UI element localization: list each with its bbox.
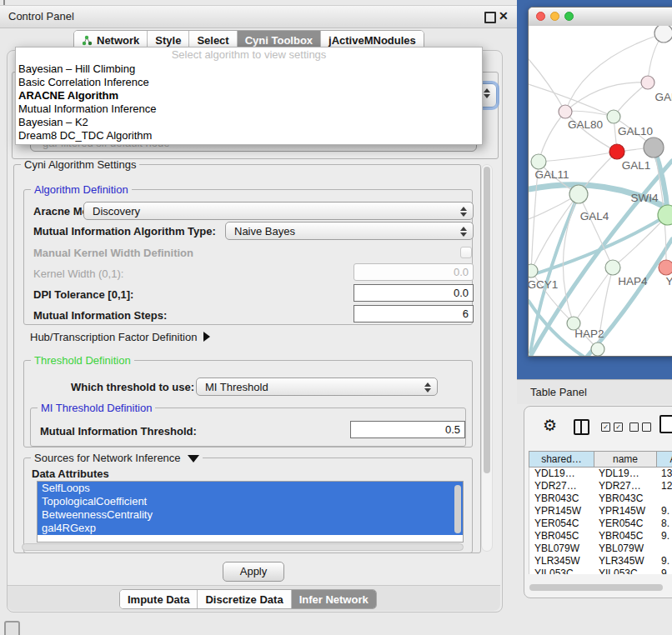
- network-edge: [539, 152, 617, 162]
- which-threshold-value: MI Threshold: [205, 381, 268, 393]
- table-cell: YLR345W: [529, 555, 594, 568]
- popup-placeholder: Select algorithm to view settings: [16, 48, 482, 62]
- table-row[interactable]: YPR145WYPR145W9.: [529, 505, 672, 518]
- minimize-traffic-light[interactable]: [550, 12, 559, 21]
- scrollbar-thumb[interactable]: [484, 167, 490, 473]
- algorithm-popup: Select algorithm to view settings Bayesi…: [15, 47, 483, 145]
- settings-vertical-scrollbar[interactable]: [481, 164, 493, 552]
- kernel-width-field[interactable]: 0.0: [354, 263, 474, 281]
- checkbox-empty-icon: [629, 422, 639, 432]
- network-icon: [82, 35, 93, 46]
- table-cell: 8.: [656, 518, 672, 530]
- network-node[interactable]: [654, 26, 672, 42]
- app-root: Control Panel ✕ NetworkStyleSelectCyni T…: [0, 0, 672, 635]
- attribute-item[interactable]: SelfLoops: [38, 482, 463, 495]
- tab-label: Infer Network: [299, 593, 369, 606]
- panel-title: Control Panel: [8, 10, 74, 22]
- table-row[interactable]: YER054CYER054C8.: [529, 518, 672, 530]
- network-node-gal10[interactable]: [607, 110, 620, 123]
- attribute-item[interactable]: BetweennessCentrality: [38, 508, 463, 522]
- network-node-y[interactable]: [659, 260, 672, 275]
- table-cell: YDR27…: [594, 480, 656, 492]
- network-node-gal1[interactable]: [609, 144, 624, 159]
- column-header-2[interactable]: name: [594, 452, 656, 467]
- popup-item[interactable]: Mutual Information Inference: [16, 102, 482, 116]
- aracne-mode-combo[interactable]: Discovery: [83, 202, 474, 220]
- apply-button[interactable]: Apply: [223, 562, 284, 582]
- network-node-gal4[interactable]: [569, 185, 588, 203]
- mi-threshold-field[interactable]: 0.5: [350, 421, 465, 438]
- attribute-item[interactable]: TopologicalCoefficient: [38, 495, 463, 508]
- tab-label: Discretize Data: [205, 593, 283, 606]
- column-header-3[interactable]: A: [656, 452, 672, 467]
- document-icon[interactable]: [659, 415, 672, 433]
- popup-item[interactable]: ARACNE Algorithm: [16, 89, 482, 102]
- stepper-icon: [424, 382, 431, 392]
- node-label: GAL10: [618, 125, 653, 138]
- data-attributes-list[interactable]: SelfLoopsTopologicalCoefficientBetweenne…: [37, 481, 464, 542]
- mi-type-value: Naive Bayes: [234, 225, 295, 238]
- network-node-gcy1[interactable]: [529, 264, 538, 278]
- popup-item[interactable]: Bayesian – Hill Climbing: [16, 62, 482, 76]
- table-row[interactable]: YLR345WYLR345W9.: [529, 555, 672, 568]
- table-cell: 9.: [656, 530, 672, 542]
- mi-type-combo[interactable]: Naive Bayes: [225, 222, 474, 240]
- node-label: GAL80: [568, 118, 603, 131]
- close-icon[interactable]: ✕: [499, 9, 509, 22]
- network-edge: [529, 59, 565, 112]
- mi-steps-field[interactable]: 6: [354, 305, 474, 322]
- popup-item[interactable]: Basic Correlation Inference: [16, 76, 482, 89]
- float-window-icon[interactable]: [484, 12, 496, 23]
- network-node-gal80[interactable]: [559, 105, 572, 118]
- popup-item[interactable]: Dream8 DC_TDC Algorithm: [16, 129, 482, 142]
- dpi-tolerance-field[interactable]: 0.0: [354, 284, 474, 302]
- split-columns-icon[interactable]: [574, 419, 589, 435]
- table-row[interactable]: YBR045CYBR045C9.: [529, 530, 672, 542]
- unchecked-columns-icon[interactable]: [629, 422, 651, 432]
- manual-kernel-checkbox[interactable]: [460, 247, 472, 258]
- tab-infer-network[interactable]: Infer Network: [291, 590, 376, 608]
- network-graph: GALGAL80GAL10GAL1GAL11GAL4SWI4GCY1HAP4YH…: [529, 26, 672, 356]
- sources-group-title[interactable]: Sources for Network Inference: [31, 452, 203, 464]
- network-canvas[interactable]: GALGAL80GAL10GAL1GAL11GAL4SWI4GCY1HAP4YH…: [529, 26, 672, 356]
- hub-definition-toggle[interactable]: Hub/Transcription Factor Definition: [30, 331, 210, 343]
- collapsed-panel-icon[interactable]: [4, 621, 20, 635]
- table-cell: YIL053C: [594, 568, 656, 574]
- network-window-titlebar[interactable]: [529, 8, 672, 27]
- tab-discretize-data[interactable]: Discretize Data: [197, 590, 290, 608]
- settings-horizontal-scrollbar[interactable]: [22, 543, 464, 551]
- table-horizontal-scrollbar[interactable]: [529, 584, 663, 591]
- network-node-gal[interactable]: [641, 76, 654, 89]
- gear-icon[interactable]: ⚙: [543, 416, 557, 434]
- which-threshold-label: Which threshold to use:: [71, 381, 194, 393]
- attribute-item[interactable]: gal4RGexp: [38, 522, 463, 535]
- checkbox-checked-icon: ✓: [601, 422, 610, 432]
- table-row[interactable]: YDR27…YDR27…12: [529, 480, 672, 492]
- table-row[interactable]: YIL053CYIL053C9: [529, 568, 672, 574]
- which-threshold-combo[interactable]: MI Threshold: [196, 378, 438, 396]
- network-node-hap4[interactable]: [605, 260, 620, 275]
- table-header-row: shared…nameA: [529, 451, 672, 468]
- column-header-1[interactable]: shared…: [529, 452, 594, 467]
- popup-item[interactable]: Bayesian – K2: [16, 116, 482, 129]
- network-node-gal11[interactable]: [531, 154, 546, 169]
- settings-group-title: Cyni Algorithm Settings: [21, 158, 139, 171]
- table-cell: 9: [656, 568, 672, 574]
- network-node[interactable]: [591, 342, 604, 356]
- network-edge: [529, 215, 668, 276]
- network-node-swi4[interactable]: [658, 205, 672, 225]
- tab-label: jActiveMNodules: [328, 34, 416, 47]
- node-label: Y: [665, 275, 672, 288]
- checked-columns-icon[interactable]: ✓ ✓: [601, 422, 623, 432]
- table-row[interactable]: YBL079WYBL079W: [529, 542, 672, 555]
- close-traffic-light[interactable]: [536, 12, 545, 21]
- attributes-scrollbar-thumb[interactable]: [454, 485, 461, 533]
- table-panel-titlebar: Table Panel: [517, 379, 672, 404]
- tab-label: Impute Data: [128, 593, 189, 606]
- table-row[interactable]: YBR043CYBR043C: [529, 492, 672, 505]
- table-row[interactable]: YDL19…YDL19…13: [529, 468, 672, 480]
- zoom-traffic-light[interactable]: [564, 12, 574, 21]
- network-node[interactable]: [644, 138, 664, 158]
- tab-impute-data[interactable]: Impute Data: [120, 590, 197, 608]
- tab-label: Select: [197, 34, 228, 47]
